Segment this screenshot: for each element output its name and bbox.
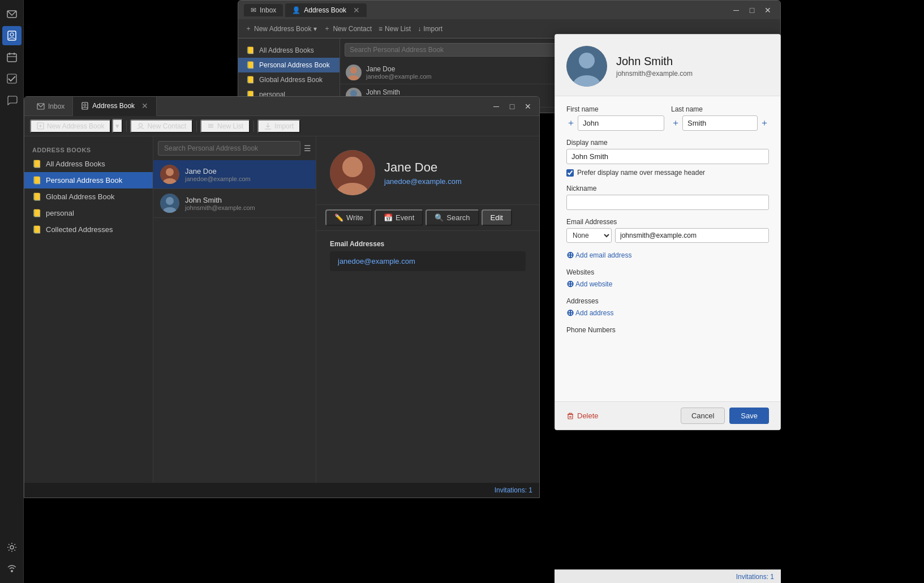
event-icon: 📅: [384, 213, 393, 222]
bg-tab-inbox[interactable]: ✉ Inbox: [244, 4, 283, 16]
event-btn[interactable]: 📅 Event: [375, 209, 423, 226]
email-type-select[interactable]: NoneHomeWorkOther: [566, 228, 612, 243]
bg-tab-address-book[interactable]: 👤 Address Book ✕: [285, 3, 367, 17]
sidebar-icon-tasks[interactable]: [2, 69, 22, 88]
display-name-group: Display name: [566, 139, 769, 164]
personal2-icon: 📒: [32, 209, 41, 217]
prefer-display-name-row: Prefer display name over message header: [566, 169, 769, 177]
import-btn[interactable]: Import: [257, 119, 300, 133]
contact-item-jane[interactable]: Jane Doe janedoe@example.com: [153, 160, 316, 189]
add-website-link[interactable]: ⊕ Add website: [566, 278, 769, 289]
tab-address-book[interactable]: Address Book ✕: [73, 97, 157, 116]
search-input[interactable]: [158, 141, 300, 156]
email-addr-row: NoneHomeWorkOther: [566, 228, 769, 243]
main-body: Address Books 📒 All Address Books 📒 Pers…: [24, 136, 539, 498]
contact-item-john[interactable]: John Smith johnsmith@example.com: [153, 189, 316, 218]
bg-jane-avatar: [346, 65, 362, 80]
add-email-link[interactable]: ⊕ Add email address: [566, 250, 769, 260]
sidebar-icon-chat[interactable]: [2, 91, 22, 110]
nav-global-address-book[interactable]: 📒 Global Address Book: [24, 188, 153, 205]
email-addr-input[interactable]: [615, 228, 769, 243]
main-close-btn[interactable]: ✕: [521, 101, 535, 112]
bg-import-btn[interactable]: ↓ Import: [418, 25, 442, 33]
edit-footer-actions: Cancel Save: [681, 408, 769, 424]
edit-panel-header: John Smith johnsmith@example.com: [555, 35, 780, 96]
display-name-input[interactable]: [566, 149, 769, 164]
contact-body: Email Addresses janedoe@example.com: [316, 231, 539, 289]
edit-avatar: [566, 46, 607, 87]
cancel-btn[interactable]: Cancel: [681, 408, 725, 424]
edit-invitations-link[interactable]: Invitations: 1: [736, 573, 774, 581]
svg-point-13: [11, 570, 13, 572]
search-btn[interactable]: 🔍 Search: [426, 209, 479, 226]
collected-icon: 📒: [32, 225, 41, 234]
main-maximize-btn[interactable]: □: [505, 101, 519, 112]
bg-personal-book[interactable]: 📒 Personal Address Book: [238, 58, 339, 72]
add-website-plus-icon: ⊕: [566, 278, 574, 289]
bg-new-list-btn[interactable]: ≡ New List: [379, 25, 411, 33]
nav-personal-address-book[interactable]: 📒 Personal Address Book: [24, 172, 153, 188]
jane-avatar: [160, 165, 179, 184]
bg-all-books[interactable]: 📒 All Address Books: [238, 43, 339, 58]
bg-titlebar: ✉ Inbox 👤 Address Book ✕ ─ □ ✕: [238, 1, 780, 19]
tab-inbox[interactable]: Inbox: [29, 97, 73, 116]
add-first-name-btn[interactable]: ＋: [566, 117, 575, 129]
contact-header-info: Jane Doe janedoe@example.com: [384, 160, 462, 186]
sidebar-icon-mail[interactable]: [2, 5, 22, 24]
sidebar-icon-connection[interactable]: [2, 559, 22, 578]
global-book-icon: 📒: [32, 192, 41, 201]
phone-numbers-label: Phone Numbers: [566, 326, 769, 334]
bg-minimize-btn[interactable]: ─: [729, 5, 743, 16]
delete-btn[interactable]: Delete: [566, 411, 599, 420]
main-win-controls: ─ □ ✕: [489, 101, 535, 112]
contact-header: Jane Doe janedoe@example.com: [316, 136, 539, 205]
edit-invitations-bar: Invitations: 1: [555, 569, 781, 583]
svg-point-30: [166, 197, 174, 205]
svg-point-33: [342, 157, 363, 177]
save-btn[interactable]: Save: [729, 408, 769, 424]
main-tab-close-btn[interactable]: ✕: [141, 101, 148, 110]
new-address-book-btn[interactable]: New Address Book: [30, 119, 111, 133]
contact-email-link[interactable]: janedoe@example.com: [338, 257, 415, 265]
filter-icon[interactable]: ☰: [304, 144, 311, 153]
first-name-input[interactable]: [578, 115, 664, 131]
main-minimize-btn[interactable]: ─: [489, 101, 503, 112]
bg-personal-icon: 📒: [246, 61, 255, 69]
nav-all-address-books[interactable]: 📒 All Address Books: [24, 156, 153, 172]
bg-maximize-btn[interactable]: □: [745, 5, 759, 16]
sidebar-icon-settings[interactable]: [2, 538, 22, 557]
add-last-name-extra-btn[interactable]: ＋: [760, 117, 769, 129]
new-contact-btn[interactable]: New Contact: [130, 119, 193, 133]
nickname-input[interactable]: [566, 195, 769, 210]
nav-personal2[interactable]: 📒 personal: [24, 205, 153, 221]
sidebar-icon-calendar[interactable]: [2, 48, 22, 67]
write-btn[interactable]: ✏️ Write: [325, 209, 372, 226]
bg-new-address-book-btn[interactable]: ＋ New Address Book ▾: [245, 24, 317, 33]
nav-collected-addresses[interactable]: 📒 Collected Addresses: [24, 221, 153, 238]
edit-body: First name ＋ Last name ＋ ＋ Display name: [555, 96, 780, 401]
bg-global-book[interactable]: 📒 Global Address Book: [238, 72, 339, 87]
addresses-label: Addresses: [566, 297, 769, 305]
edit-btn[interactable]: Edit: [482, 209, 512, 226]
add-last-name-btn[interactable]: ＋: [671, 117, 680, 129]
svg-rect-7: [7, 54, 16, 62]
websites-group: Websites ⊕ Add website: [566, 268, 769, 289]
last-name-input[interactable]: [682, 115, 758, 131]
first-name-label: First name: [566, 105, 664, 113]
svg-point-1: [348, 75, 359, 80]
bg-new-contact-btn[interactable]: ＋ New Contact: [324, 24, 372, 33]
new-address-book-dropdown-btn[interactable]: ▾: [112, 119, 123, 133]
contact-list-panel: ☰ Jane Doe janedoe@example.com: [153, 136, 316, 498]
sidebar-icon-contacts[interactable]: [2, 26, 22, 45]
all-books-icon: 📒: [32, 160, 41, 168]
add-address-link[interactable]: ⊕ Add address: [566, 307, 769, 318]
bg-close-window-btn[interactable]: ✕: [761, 5, 775, 16]
delete-icon: [566, 412, 574, 420]
left-sidebar: [0, 0, 24, 583]
bg-close-btn[interactable]: ✕: [353, 6, 360, 15]
invitations-status[interactable]: Invitations: 1: [495, 486, 532, 494]
new-list-btn[interactable]: New List: [200, 119, 250, 133]
prefer-display-name-checkbox[interactable]: [566, 169, 574, 177]
bg-envelope-icon: ✉: [251, 6, 256, 14]
svg-point-20: [139, 123, 143, 127]
